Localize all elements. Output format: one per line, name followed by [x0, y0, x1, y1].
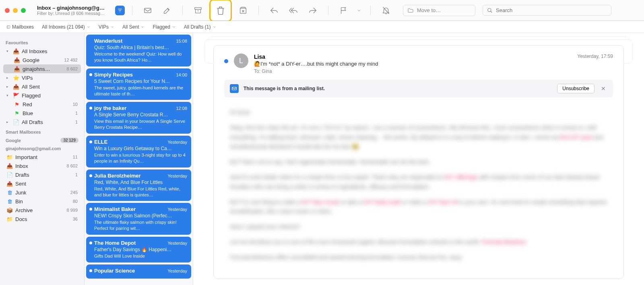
filter-all-inboxes[interactable]: All Inboxes (21 094)	[42, 24, 91, 30]
message-item[interactable]: Wanderlust 15:08 Quiz: South Africa | Br…	[86, 35, 191, 67]
reply-icon	[270, 6, 279, 15]
svg-line-11	[491, 11, 492, 12]
message-preview: Enter to win a luxurious 3-night stay fo…	[94, 152, 187, 164]
sidebar-gina-account[interactable]: 📥 ginajohns… 8 602	[3, 64, 81, 73]
message-subject: Win a Luxury Girls Getaway to Ca…	[94, 146, 187, 151]
minimize-window-button[interactable]	[13, 8, 18, 13]
blue-flag-icon: ⚑	[14, 110, 20, 116]
sidebar-all-drafts[interactable]: ▸ 📄 All Drafts 1	[3, 118, 81, 126]
message-preview: View this email in your browser A Single…	[94, 118, 187, 130]
window-subtitle: Filter by: Unread (8 606 messag…	[37, 11, 109, 16]
svg-point-10	[488, 8, 491, 11]
sidebar-inbox[interactable]: 📥Inbox8 602	[3, 161, 81, 170]
filter-mailboxes-button[interactable]: Mailboxes	[6, 24, 34, 30]
delete-button[interactable]	[209, 0, 232, 22]
archive-button[interactable]	[190, 2, 206, 19]
sidebar-sent[interactable]: 📤Sent	[3, 179, 81, 188]
message-subject: NEW! Crispy Skin Salmon (Perfec…	[94, 213, 187, 219]
from-name: Lisa	[254, 54, 572, 60]
search-field[interactable]	[483, 5, 611, 16]
reply-button[interactable]	[266, 2, 282, 19]
message-subject: 5 Sweet Corn Recipes for Your N…	[94, 78, 187, 84]
message-time: Yesterday	[167, 268, 187, 273]
message-item[interactable]: joy the baker 12:08 A Single Serve Berry…	[86, 102, 191, 134]
mail-badge-icon	[230, 84, 239, 93]
message-item[interactable]: Simply Recipes 14:00 5 Sweet Corn Recipe…	[86, 68, 191, 101]
document-icon: 📄	[13, 119, 19, 125]
message-subject: Red, White, And Blue For Littles	[94, 180, 187, 185]
filter-button[interactable]	[115, 6, 125, 15]
disclosure-triangle[interactable]: ▸	[6, 76, 10, 80]
unsubscribe-button[interactable]: Unsubscribe	[557, 84, 594, 93]
message-item[interactable]: Minimalist Baker Yesterday NEW! Crispy S…	[86, 203, 191, 235]
junk-button[interactable]	[235, 2, 251, 19]
search-input[interactable]	[496, 7, 607, 13]
forward-button[interactable]	[305, 2, 321, 19]
filter-vips[interactable]: VIPs	[99, 24, 114, 30]
disclosure-triangle[interactable]: ▸	[6, 85, 10, 89]
disclosure-triangle[interactable]: ▾	[6, 49, 10, 53]
sidebar-bin[interactable]: 🗑Bin80	[3, 197, 81, 206]
sidebar-all-inboxes[interactable]: ▾ 📥 All Inboxes	[3, 47, 81, 56]
sidebar-flagged[interactable]: ▾ 🚩 Flagged	[3, 91, 81, 100]
email-card: L Lisa 🙋I'm *not* a DIY-er….but this mig…	[213, 45, 624, 279]
close-window-button[interactable]	[5, 8, 10, 13]
sidebar-vips[interactable]: ▸ ⭐ VIPs	[3, 73, 81, 82]
banner-close-button[interactable]: ✕	[599, 85, 607, 92]
fullscreen-window-button[interactable]	[21, 8, 26, 13]
message-item[interactable]: ELLE Yesterday Win a Luxury Girls Getawa…	[86, 136, 191, 168]
sidebar-junk[interactable]: 🗑Junk245	[3, 188, 81, 197]
message-time: Yesterday	[167, 207, 187, 212]
message-sender: Minimalist Baker	[94, 206, 136, 212]
mute-button[interactable]	[378, 2, 394, 19]
chevron-down-icon	[140, 25, 144, 29]
filter-all-drafts[interactable]: All Drafts (1)	[184, 24, 217, 30]
filter-bar: Mailboxes All Inboxes (21 094) VIPs All …	[0, 21, 644, 33]
message-list[interactable]: Wanderlust 15:08 Quiz: South Africa | Br…	[85, 33, 193, 285]
message-item[interactable]: The Home Depot Yesterday Father's Day Sa…	[86, 237, 191, 263]
flag-button[interactable]	[336, 2, 352, 19]
email-header: L Lisa 🙋I'm *not* a DIY-er….but this mig…	[214, 45, 623, 80]
reply-all-button[interactable]	[285, 2, 301, 19]
sidebar-drafts[interactable]: 📄Drafts1	[3, 170, 81, 179]
email-date: Yesterday, 17:59	[577, 54, 613, 59]
favourites-section-label: Favourites	[6, 40, 78, 45]
title-block: Inbox – ginajohnsong@g… Filter by: Unrea…	[37, 5, 109, 16]
unread-dot	[89, 73, 92, 76]
sidebar-archive[interactable]: 📦Archive8 999	[3, 206, 81, 215]
message-sender: Wanderlust	[94, 38, 122, 44]
disclosure-triangle[interactable]: ▾	[6, 93, 10, 97]
move-to-select[interactable]: Move to…	[403, 5, 475, 16]
message-preview: Red, White, And Blue For Littles Red, wh…	[94, 186, 187, 198]
svg-rect-14	[232, 87, 237, 90]
folder-icon: 📁	[6, 216, 13, 222]
sidebar-blue-flag[interactable]: ⚑ Blue 1	[3, 109, 81, 118]
get-mail-button[interactable]	[140, 2, 156, 19]
junk-icon: 🗑	[6, 189, 13, 196]
message-item[interactable]: Julia Berolzheimer Yesterday Red, White,…	[86, 169, 191, 202]
chevron-down-icon	[213, 25, 217, 29]
message-sender: Popular Science	[94, 268, 135, 274]
envelope-icon	[143, 6, 152, 15]
sidebar-all-sent[interactable]: ▸ 📤 All Sent	[3, 82, 81, 91]
message-time: Yesterday	[167, 173, 187, 178]
filter-all-sent[interactable]: All Sent	[122, 24, 144, 30]
message-preview: Welcome to the weekend! Quiz: How well d…	[94, 51, 187, 63]
smart-mailboxes-label: Smart Mailboxes	[6, 130, 78, 134]
sidebar-red-flag[interactable]: ⚑ Red 10	[3, 100, 81, 109]
mailing-list-banner: This message is from a mailing list. Uns…	[224, 80, 613, 97]
filter-flagged[interactable]: Flagged	[153, 24, 175, 30]
message-time: 14:00	[176, 72, 187, 77]
sidebar-important[interactable]: 📁Important11	[3, 153, 81, 161]
sidebar-docs[interactable]: 📁Docs36	[3, 215, 81, 223]
message-item[interactable]: Popular Science Yesterday	[86, 264, 191, 279]
toolbar: Inbox – ginajohnsong@g… Filter by: Unrea…	[0, 0, 644, 21]
compose-button[interactable]	[159, 2, 175, 19]
disclosure-triangle[interactable]: ▸	[6, 120, 10, 124]
message-preview: The sweet, juicy, golden-hued kernels ar…	[94, 85, 187, 97]
flag-icon	[339, 6, 348, 15]
flag-menu-button[interactable]	[355, 2, 363, 19]
message-sender: Julia Berolzheimer	[94, 173, 141, 179]
sidebar-google[interactable]: 📥 Google 12 492	[3, 56, 81, 64]
to-line: To: Gina	[254, 68, 572, 74]
